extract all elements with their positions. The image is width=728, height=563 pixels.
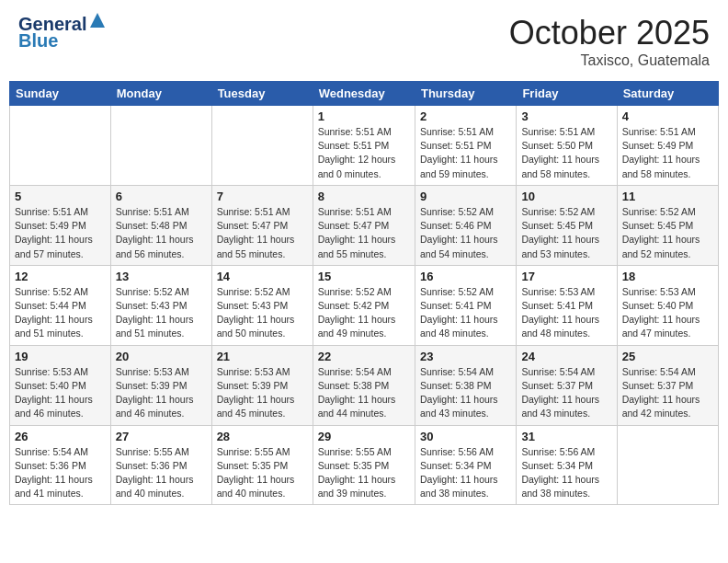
- weekday-header-tuesday: Tuesday: [211, 82, 313, 106]
- calendar-cell: [10, 106, 111, 186]
- day-number: 19: [15, 350, 106, 363]
- day-info: Sunrise: 5:51 AM Sunset: 5:48 PM Dayligh…: [116, 205, 207, 261]
- calendar-cell: 25Sunrise: 5:54 AM Sunset: 5:37 PM Dayli…: [617, 345, 718, 425]
- weekday-header-wednesday: Wednesday: [313, 82, 415, 106]
- day-number: 29: [318, 430, 410, 443]
- day-number: 10: [521, 190, 611, 203]
- day-info: Sunrise: 5:51 AM Sunset: 5:47 PM Dayligh…: [318, 205, 410, 261]
- calendar-cell: 10Sunrise: 5:52 AM Sunset: 5:45 PM Dayli…: [517, 185, 617, 265]
- day-info: Sunrise: 5:52 AM Sunset: 5:43 PM Dayligh…: [116, 285, 207, 341]
- weekday-header-thursday: Thursday: [415, 82, 516, 106]
- day-number: 8: [318, 190, 410, 203]
- calendar-week-1: 1Sunrise: 5:51 AM Sunset: 5:51 PM Daylig…: [10, 106, 719, 186]
- calendar-cell: 13Sunrise: 5:52 AM Sunset: 5:43 PM Dayli…: [110, 265, 211, 345]
- day-number: 26: [15, 430, 106, 443]
- calendar-cell: [211, 106, 313, 186]
- day-info: Sunrise: 5:54 AM Sunset: 5:36 PM Dayligh…: [15, 445, 106, 501]
- day-number: 22: [318, 350, 410, 363]
- day-info: Sunrise: 5:55 AM Sunset: 5:36 PM Dayligh…: [116, 445, 207, 501]
- page-header: General Blue October 2025 Taxisco, Guate…: [9, 9, 719, 74]
- calendar-cell: 9Sunrise: 5:52 AM Sunset: 5:46 PM Daylig…: [415, 185, 516, 265]
- day-number: 27: [116, 430, 207, 443]
- calendar-cell: 11Sunrise: 5:52 AM Sunset: 5:45 PM Dayli…: [617, 185, 718, 265]
- calendar-cell: 22Sunrise: 5:54 AM Sunset: 5:38 PM Dayli…: [313, 345, 415, 425]
- calendar-cell: 7Sunrise: 5:51 AM Sunset: 5:47 PM Daylig…: [211, 185, 313, 265]
- title-block: October 2025 Taxisco, Guatemala: [509, 14, 710, 69]
- day-info: Sunrise: 5:52 AM Sunset: 5:44 PM Dayligh…: [15, 285, 106, 341]
- day-number: 18: [622, 270, 713, 283]
- weekday-header-monday: Monday: [110, 82, 211, 106]
- calendar-cell: 28Sunrise: 5:55 AM Sunset: 5:35 PM Dayli…: [211, 425, 313, 505]
- logo-blue: Blue: [18, 30, 58, 51]
- calendar-week-5: 26Sunrise: 5:54 AM Sunset: 5:36 PM Dayli…: [10, 425, 719, 505]
- day-number: 6: [116, 190, 207, 203]
- day-info: Sunrise: 5:52 AM Sunset: 5:45 PM Dayligh…: [622, 205, 713, 261]
- calendar-cell: 3Sunrise: 5:51 AM Sunset: 5:50 PM Daylig…: [517, 106, 617, 186]
- calendar-cell: 4Sunrise: 5:51 AM Sunset: 5:49 PM Daylig…: [617, 106, 718, 186]
- day-number: 23: [420, 350, 511, 363]
- calendar-cell: 14Sunrise: 5:52 AM Sunset: 5:43 PM Dayli…: [211, 265, 313, 345]
- day-number: 4: [622, 109, 713, 123]
- day-number: 13: [116, 270, 207, 283]
- day-info: Sunrise: 5:53 AM Sunset: 5:39 PM Dayligh…: [116, 365, 207, 421]
- day-number: 21: [217, 350, 308, 363]
- calendar-cell: 5Sunrise: 5:51 AM Sunset: 5:49 PM Daylig…: [10, 185, 111, 265]
- day-number: 5: [15, 190, 106, 203]
- calendar-cell: 27Sunrise: 5:55 AM Sunset: 5:36 PM Dayli…: [110, 425, 211, 505]
- calendar-cell: [617, 425, 718, 505]
- weekday-header-sunday: Sunday: [10, 82, 111, 106]
- day-number: 2: [420, 109, 511, 123]
- day-number: 7: [217, 190, 308, 203]
- weekday-header-row: SundayMondayTuesdayWednesdayThursdayFrid…: [10, 82, 719, 106]
- day-info: Sunrise: 5:54 AM Sunset: 5:37 PM Dayligh…: [622, 365, 713, 421]
- location: Taxisco, Guatemala: [509, 52, 710, 69]
- calendar-cell: 17Sunrise: 5:53 AM Sunset: 5:41 PM Dayli…: [517, 265, 617, 345]
- calendar-cell: 24Sunrise: 5:54 AM Sunset: 5:37 PM Dayli…: [517, 345, 617, 425]
- day-info: Sunrise: 5:51 AM Sunset: 5:47 PM Dayligh…: [217, 205, 308, 261]
- calendar-cell: 21Sunrise: 5:53 AM Sunset: 5:39 PM Dayli…: [211, 345, 313, 425]
- calendar-week-4: 19Sunrise: 5:53 AM Sunset: 5:40 PM Dayli…: [10, 345, 719, 425]
- day-number: 14: [217, 270, 308, 283]
- day-number: 31: [521, 430, 611, 443]
- day-number: 16: [420, 270, 511, 283]
- day-info: Sunrise: 5:52 AM Sunset: 5:43 PM Dayligh…: [217, 285, 308, 341]
- day-number: 11: [622, 190, 713, 203]
- day-info: Sunrise: 5:56 AM Sunset: 5:34 PM Dayligh…: [420, 445, 511, 501]
- calendar-cell: 8Sunrise: 5:51 AM Sunset: 5:47 PM Daylig…: [313, 185, 415, 265]
- day-number: 9: [420, 190, 511, 203]
- svg-marker-0: [90, 13, 105, 28]
- calendar-table: SundayMondayTuesdayWednesdayThursdayFrid…: [9, 81, 719, 505]
- day-number: 24: [521, 350, 611, 363]
- day-number: 20: [116, 350, 207, 363]
- day-info: Sunrise: 5:53 AM Sunset: 5:39 PM Dayligh…: [217, 365, 308, 421]
- day-info: Sunrise: 5:54 AM Sunset: 5:38 PM Dayligh…: [318, 365, 410, 421]
- day-number: 15: [318, 270, 410, 283]
- day-info: Sunrise: 5:56 AM Sunset: 5:34 PM Dayligh…: [521, 445, 611, 501]
- day-info: Sunrise: 5:55 AM Sunset: 5:35 PM Dayligh…: [217, 445, 308, 501]
- day-info: Sunrise: 5:52 AM Sunset: 5:42 PM Dayligh…: [318, 285, 410, 341]
- day-number: 3: [521, 109, 611, 123]
- day-info: Sunrise: 5:52 AM Sunset: 5:41 PM Dayligh…: [420, 285, 511, 341]
- calendar-cell: 26Sunrise: 5:54 AM Sunset: 5:36 PM Dayli…: [10, 425, 111, 505]
- calendar-week-2: 5Sunrise: 5:51 AM Sunset: 5:49 PM Daylig…: [10, 185, 719, 265]
- calendar-cell: 29Sunrise: 5:55 AM Sunset: 5:35 PM Dayli…: [313, 425, 415, 505]
- calendar-cell: 15Sunrise: 5:52 AM Sunset: 5:42 PM Dayli…: [313, 265, 415, 345]
- logo-icon: [88, 11, 107, 29]
- calendar-cell: 30Sunrise: 5:56 AM Sunset: 5:34 PM Dayli…: [415, 425, 516, 505]
- day-info: Sunrise: 5:51 AM Sunset: 5:51 PM Dayligh…: [420, 125, 511, 181]
- day-number: 17: [521, 270, 611, 283]
- day-number: 30: [420, 430, 511, 443]
- calendar-cell: 18Sunrise: 5:53 AM Sunset: 5:40 PM Dayli…: [617, 265, 718, 345]
- day-number: 25: [622, 350, 713, 363]
- weekday-header-saturday: Saturday: [617, 82, 718, 106]
- day-info: Sunrise: 5:54 AM Sunset: 5:37 PM Dayligh…: [521, 365, 611, 421]
- month-title: October 2025: [509, 14, 710, 52]
- day-info: Sunrise: 5:51 AM Sunset: 5:49 PM Dayligh…: [622, 125, 713, 181]
- day-number: 12: [15, 270, 106, 283]
- calendar-cell: 19Sunrise: 5:53 AM Sunset: 5:40 PM Dayli…: [10, 345, 111, 425]
- day-info: Sunrise: 5:53 AM Sunset: 5:40 PM Dayligh…: [622, 285, 713, 341]
- calendar-cell: 6Sunrise: 5:51 AM Sunset: 5:48 PM Daylig…: [110, 185, 211, 265]
- day-info: Sunrise: 5:52 AM Sunset: 5:45 PM Dayligh…: [521, 205, 611, 261]
- day-info: Sunrise: 5:51 AM Sunset: 5:49 PM Dayligh…: [15, 205, 106, 261]
- day-info: Sunrise: 5:52 AM Sunset: 5:46 PM Dayligh…: [420, 205, 511, 261]
